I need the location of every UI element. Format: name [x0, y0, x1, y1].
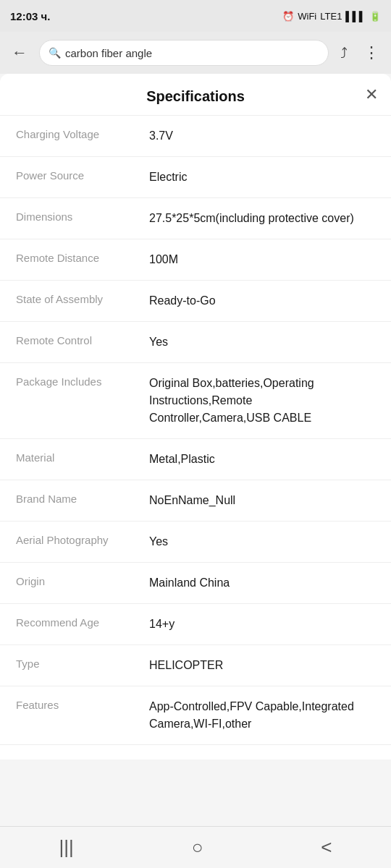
- spec-value: 3.7V: [149, 127, 375, 145]
- spec-value: Mainland China: [149, 574, 375, 592]
- spec-value: Yes: [149, 333, 375, 351]
- status-time: 12:03 ч.: [10, 10, 50, 22]
- spec-label: Remote Control: [16, 333, 139, 346]
- recent-apps-button[interactable]: |||: [44, 830, 88, 864]
- spec-list: Charging Voltage3.7VPower SourceElectric…: [0, 116, 391, 745]
- wifi-icon: WiFi: [298, 11, 316, 22]
- table-row: Dimensions27.5*25*5cm(including protecti…: [0, 198, 391, 239]
- lte-icon: LTE1: [320, 11, 342, 22]
- table-row: Aerial PhotographyYes: [0, 522, 391, 563]
- spec-label: Origin: [16, 574, 139, 587]
- spec-label: Type: [16, 657, 139, 670]
- back-button[interactable]: ←: [7, 41, 32, 65]
- spec-label: Material: [16, 451, 139, 464]
- search-bar[interactable]: 🔍 carbon fiber angle: [39, 40, 329, 66]
- spec-value: 14+y: [149, 616, 375, 633]
- spec-label: Package Includes: [16, 375, 139, 388]
- spec-value: Metal,Plastic: [149, 451, 375, 468]
- top-nav: ← 🔍 carbon fiber angle ⤴ ⋮: [0, 32, 391, 74]
- table-row: Recommend Age14+y: [0, 604, 391, 645]
- share-button[interactable]: ⤴: [336, 42, 352, 64]
- table-row: Package IncludesOriginal Box,batteries,O…: [0, 363, 391, 439]
- table-row: FeaturesApp-Controlled,FPV Capable,Integ…: [0, 686, 391, 745]
- sheet-title: Specifications: [146, 88, 245, 105]
- table-row: OriginMainland China: [0, 563, 391, 604]
- table-row: State of AssemblyReady-to-Go: [0, 281, 391, 322]
- table-row: Remote Distance100M: [0, 239, 391, 281]
- spec-label: Power Source: [16, 169, 139, 182]
- spec-label: Remote Distance: [16, 251, 139, 264]
- status-icons: ⏰ WiFi LTE1 ▌▌▌ 🔋: [282, 11, 381, 22]
- alarm-icon: ⏰: [282, 11, 294, 22]
- table-row: Charging Voltage3.7V: [0, 116, 391, 157]
- specifications-sheet: Specifications ✕ Charging Voltage3.7VPow…: [0, 74, 391, 760]
- spec-value: Ready-to-Go: [149, 292, 375, 310]
- spec-value: Yes: [149, 533, 375, 550]
- battery-icon: 🔋: [369, 11, 381, 22]
- spec-value: Electric: [149, 169, 375, 186]
- table-row: Power SourceElectric: [0, 157, 391, 198]
- table-row: Remote ControlYes: [0, 322, 391, 363]
- spec-value: Original Box,batteries,Operating Instruc…: [149, 375, 375, 427]
- close-button[interactable]: ✕: [365, 87, 378, 103]
- back-nav-button[interactable]: <: [306, 830, 346, 864]
- home-button[interactable]: ○: [177, 830, 218, 864]
- bottom-nav: ||| ○ <: [0, 826, 391, 868]
- sheet-header: Specifications ✕: [0, 74, 391, 116]
- spec-label: Features: [16, 698, 139, 711]
- table-row: MaterialMetal,Plastic: [0, 439, 391, 480]
- signal-icon: ▌▌▌: [345, 11, 366, 22]
- spec-label: Charging Voltage: [16, 127, 139, 140]
- spec-value: 100M: [149, 251, 375, 268]
- spec-value: 27.5*25*5cm(including protective cover): [149, 210, 375, 227]
- table-row: Brand NameNoEnName_Null: [0, 480, 391, 522]
- spec-label: State of Assembly: [16, 292, 139, 305]
- spec-value: NoEnName_Null: [149, 492, 375, 509]
- more-button[interactable]: ⋮: [359, 41, 384, 65]
- spec-value: App-Controlled,FPV Capable,Integrated Ca…: [149, 698, 375, 733]
- spec-label: Aerial Photography: [16, 533, 139, 546]
- spec-label: Dimensions: [16, 210, 139, 223]
- spec-label: Brand Name: [16, 492, 139, 505]
- status-bar: 12:03 ч. ⏰ WiFi LTE1 ▌▌▌ 🔋: [0, 0, 391, 32]
- search-query: carbon fiber angle: [65, 47, 152, 59]
- spec-label: Recommend Age: [16, 616, 139, 629]
- table-row: TypeHELICOPTER: [0, 645, 391, 686]
- search-icon: 🔍: [49, 47, 61, 59]
- spec-value: HELICOPTER: [149, 657, 375, 674]
